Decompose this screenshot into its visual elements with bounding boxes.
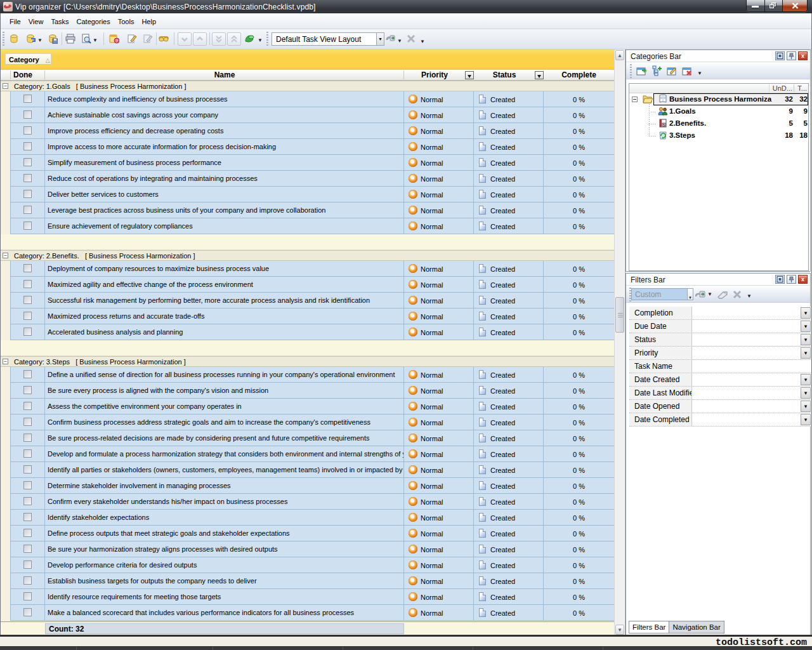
svg-text:?: ?: [115, 39, 118, 43]
svg-text:5: 5: [663, 123, 665, 127]
